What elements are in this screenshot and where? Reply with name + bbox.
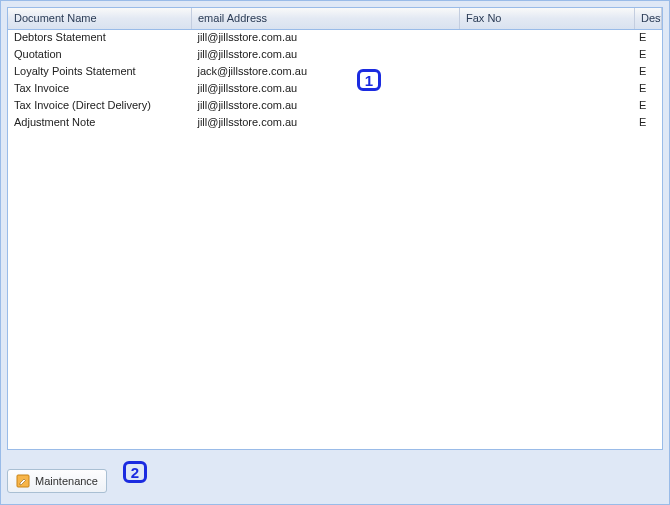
cell-fax bbox=[459, 47, 633, 64]
cell-document-name: Quotation bbox=[8, 47, 191, 64]
table-row[interactable]: Loyalty Points Statement jack@jillsstore… bbox=[8, 64, 662, 81]
cell-email: jill@jillsstore.com.au bbox=[191, 30, 458, 47]
cell-email: jill@jillsstore.com.au bbox=[191, 47, 458, 64]
table-row[interactable]: Adjustment Note jill@jillsstore.com.au E bbox=[8, 115, 662, 132]
cell-document-name: Loyalty Points Statement bbox=[8, 64, 191, 81]
cell-document-name: Tax Invoice (Direct Delivery) bbox=[8, 98, 191, 115]
maintenance-button-label: Maintenance bbox=[35, 475, 98, 487]
table-row[interactable]: Tax Invoice (Direct Delivery) jill@jills… bbox=[8, 98, 662, 115]
callout-2: 2 bbox=[123, 461, 147, 483]
cell-dest: E bbox=[633, 64, 662, 81]
cell-fax bbox=[459, 115, 633, 132]
panel: Document Name email Address Fax No Dest … bbox=[0, 0, 670, 505]
callout-1: 1 bbox=[357, 69, 381, 91]
documents-grid: Document Name email Address Fax No Dest … bbox=[7, 7, 663, 450]
column-header-document-name[interactable]: Document Name bbox=[8, 8, 192, 29]
column-header-dest[interactable]: Dest bbox=[635, 8, 662, 29]
cell-fax bbox=[459, 81, 633, 98]
table-row[interactable]: Tax Invoice jill@jillsstore.com.au E bbox=[8, 81, 662, 98]
cell-email: jill@jillsstore.com.au bbox=[191, 98, 458, 115]
edit-icon bbox=[16, 474, 30, 488]
cell-dest: E bbox=[633, 98, 662, 115]
cell-dest: E bbox=[633, 115, 662, 132]
cell-fax bbox=[459, 30, 633, 47]
cell-email: jack@jillsstore.com.au bbox=[191, 64, 458, 81]
cell-fax bbox=[459, 64, 633, 81]
cell-document-name: Tax Invoice bbox=[8, 81, 191, 98]
cell-dest: E bbox=[633, 81, 662, 98]
cell-email: jill@jillsstore.com.au bbox=[191, 81, 458, 98]
cell-document-name: Debtors Statement bbox=[8, 30, 191, 47]
table-row[interactable]: Debtors Statement jill@jillsstore.com.au… bbox=[8, 30, 662, 47]
toolbar: Maintenance bbox=[7, 464, 663, 498]
cell-dest: E bbox=[633, 47, 662, 64]
cell-fax bbox=[459, 98, 633, 115]
cell-email: jill@jillsstore.com.au bbox=[191, 115, 458, 132]
grid-header: Document Name email Address Fax No Dest bbox=[8, 8, 662, 30]
grid-body: Debtors Statement jill@jillsstore.com.au… bbox=[8, 30, 662, 132]
column-header-email[interactable]: email Address bbox=[192, 8, 460, 29]
maintenance-button[interactable]: Maintenance bbox=[7, 469, 107, 493]
table-row[interactable]: Quotation jill@jillsstore.com.au E bbox=[8, 47, 662, 64]
cell-document-name: Adjustment Note bbox=[8, 115, 191, 132]
column-header-fax[interactable]: Fax No bbox=[460, 8, 635, 29]
cell-dest: E bbox=[633, 30, 662, 47]
